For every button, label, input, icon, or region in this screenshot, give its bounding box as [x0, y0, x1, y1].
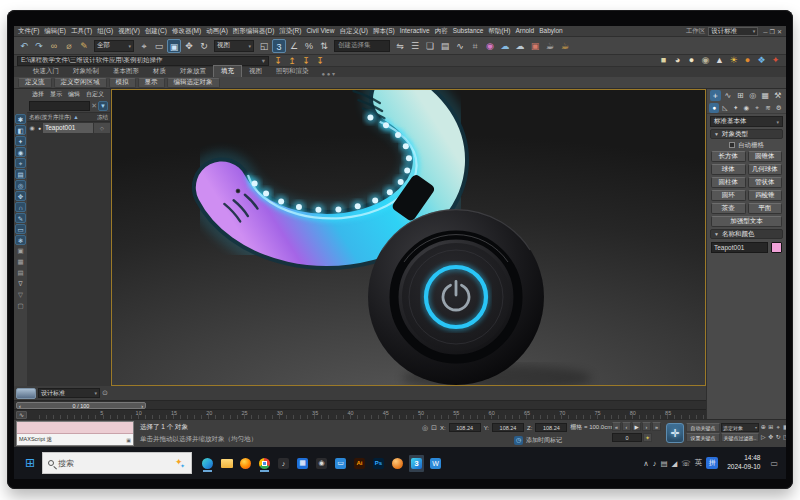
spacewarps-category[interactable]: ≋: [763, 103, 773, 113]
blue-gem-icon[interactable]: ❖: [756, 55, 767, 66]
maximize-viewport-icon[interactable]: ◳: [783, 433, 787, 442]
helpers-category[interactable]: ⌖: [752, 103, 762, 113]
snaps-toggle-icon[interactable]: 3: [272, 39, 286, 53]
geometry-category[interactable]: ●: [709, 103, 719, 113]
menu-item[interactable]: 文件(F): [18, 27, 39, 36]
ribbon-toggle-icon[interactable]: ▤: [438, 39, 452, 53]
list-item[interactable]: ◉●Teapot001◇: [27, 122, 110, 133]
explorer-filter-icon-2[interactable]: ✦: [15, 136, 26, 146]
named-selection-set-field[interactable]: 创建选择集: [334, 40, 390, 52]
schematic-view-icon[interactable]: ⌗: [468, 39, 482, 53]
explorer-filter-icon-3[interactable]: ◉: [15, 147, 26, 157]
ribbon-tab-对象绘制[interactable]: 对象绘制: [66, 66, 106, 77]
taskbar-app-edge[interactable]: [200, 455, 215, 472]
percent-snap-icon[interactable]: %: [302, 39, 316, 53]
primitive-button-圆锥体[interactable]: 圆锥体: [748, 151, 783, 162]
taskbar-clock[interactable]: 14:482024-09-10: [727, 454, 760, 472]
x-coordinate-field[interactable]: 108.24: [449, 423, 481, 432]
filter-funnel-icon[interactable]: ▼: [98, 101, 108, 111]
motion-tab[interactable]: ◎: [747, 90, 758, 101]
primitive-button-几何球体[interactable]: 几何球体: [748, 164, 783, 175]
curve-editor-icon[interactable]: ∿: [453, 39, 467, 53]
isolate-toggle-icon[interactable]: ◎: [422, 424, 428, 432]
maximize-button[interactable]: ❐: [770, 29, 775, 35]
time-slider-track[interactable]: ‹ 0 / 100 ›: [14, 400, 706, 409]
layer-manager-icon[interactable]: ❏: [423, 39, 437, 53]
object-type-rollout[interactable]: ▼对象类型: [710, 129, 783, 139]
name-column-header[interactable]: 名称(按升序排序): [29, 114, 71, 121]
input-method-icon[interactable]: 拼: [706, 457, 718, 469]
menu-item[interactable]: 帮助(H): [488, 27, 510, 36]
volume-icon[interactable]: ♪: [653, 459, 657, 468]
explorer-filter-icon-8[interactable]: ∩: [15, 202, 26, 212]
rectangular-selection-region-icon[interactable]: ▣: [167, 39, 181, 53]
primitive-button-茶壶[interactable]: 茶壶: [711, 203, 746, 214]
select-and-link-icon[interactable]: ∞: [47, 39, 61, 53]
ribbon-tool-显示[interactable]: 显示: [138, 78, 165, 88]
red-star-icon[interactable]: ✦: [770, 55, 781, 66]
utilities-tab[interactable]: ⚒: [772, 90, 783, 101]
viewport[interactable]: [111, 89, 706, 386]
primitive-button-圆柱体[interactable]: 圆柱体: [711, 177, 746, 188]
freeze-cell[interactable]: ◇: [94, 123, 110, 133]
frame-prev-arrow[interactable]: ‹: [19, 403, 21, 409]
primitive-button-圆环[interactable]: 圆环: [711, 190, 746, 201]
render-iterative-icon[interactable]: ☕: [543, 39, 557, 53]
unlink-selection-icon[interactable]: ⌀: [62, 39, 76, 53]
ribbon-overflow-icon[interactable]: ● ● ▾: [322, 70, 336, 77]
bind-to-space-warp-icon[interactable]: ✎: [77, 39, 91, 53]
primitive-button-加强型文本[interactable]: 加强型文本: [711, 216, 782, 227]
minimize-button[interactable]: ─: [763, 29, 767, 35]
explorer-menu-选择[interactable]: 选择: [29, 90, 47, 99]
sphere-primitive-icon[interactable]: ●: [686, 55, 697, 66]
export-file-icon[interactable]: ↧: [314, 56, 326, 66]
ribbon-tool-编辑选定对象[interactable]: 编辑选定对象: [167, 78, 220, 88]
menu-item[interactable]: Interactive: [400, 27, 430, 36]
time-slider-handle[interactable]: ‹ 0 / 100 ›: [16, 402, 146, 409]
taskbar-app-video-app[interactable]: ▦: [295, 455, 310, 472]
taskbar-app-firefox[interactable]: [238, 455, 253, 472]
explorer-filter-icon-7[interactable]: ✥: [15, 191, 26, 201]
track-bar[interactable]: ∿ 510152025303540455055606570758085: [14, 409, 706, 419]
shapes-category[interactable]: ◺: [720, 103, 730, 113]
set-key-button[interactable]: 设置关键点: [686, 433, 720, 442]
field-of-view-icon[interactable]: ▦: [783, 423, 787, 432]
explorer-filter-icon-11[interactable]: ❄: [15, 235, 26, 245]
menu-item[interactable]: Arnold: [515, 27, 534, 36]
explorer-search-input[interactable]: [29, 101, 90, 111]
orbit-icon[interactable]: ↻: [775, 433, 782, 442]
taskbar-app-remote-app[interactable]: ▭: [333, 455, 348, 472]
rendered-frame-window-icon[interactable]: ☁: [513, 39, 527, 53]
reference-coordinate-dropdown[interactable]: 视图▾: [214, 40, 254, 52]
prev-frame-button[interactable]: ‹: [622, 422, 631, 431]
explorer-filter-icon-6[interactable]: ◎: [15, 180, 26, 190]
orange-sphere-icon[interactable]: ●: [742, 55, 753, 66]
current-frame-field[interactable]: 0: [612, 433, 642, 442]
isolate-button[interactable]: [16, 388, 36, 399]
create-tab[interactable]: ＋: [710, 90, 721, 101]
project-path-dropdown[interactable]: E:\课程教学文件\三维设计软件应用\案例初始操作▾: [17, 56, 269, 66]
tray-app-icon[interactable]: ▤: [660, 459, 667, 468]
z-coordinate-field[interactable]: 108.24: [535, 423, 567, 432]
angle-snap-icon[interactable]: ∠: [287, 39, 301, 53]
add-time-tag[interactable]: ◷ 添加时间标记: [514, 436, 562, 445]
menu-item[interactable]: 图形编辑器(D): [233, 27, 275, 36]
explorer-tool-icon-3[interactable]: ∇: [15, 279, 26, 289]
systems-category[interactable]: ⚙: [774, 103, 784, 113]
pan-arrow-icon[interactable]: ▷: [760, 433, 767, 442]
undo-icon[interactable]: ↶: [17, 39, 31, 53]
pan-icon[interactable]: ✥: [768, 433, 775, 442]
menu-item[interactable]: Civil View: [306, 27, 334, 36]
cameras-category[interactable]: ◉: [741, 103, 751, 113]
eye-icon[interactable]: ◉: [700, 55, 711, 66]
mirror-icon[interactable]: ⇋: [393, 39, 407, 53]
ribbon-tool-模拟[interactable]: 模拟: [109, 78, 136, 88]
start-button[interactable]: ⊞: [22, 456, 38, 470]
hierarchy-tab[interactable]: ⊞: [735, 90, 746, 101]
explorer-menu-自定义[interactable]: 自定义: [83, 90, 107, 99]
y-coordinate-field[interactable]: 108.24: [492, 423, 524, 432]
next-frame-button[interactable]: ›: [642, 422, 651, 431]
close-button[interactable]: ✕: [777, 29, 782, 35]
explorer-tool-icon-5[interactable]: ▢: [15, 301, 26, 311]
taskbar-app-sphere-app[interactable]: [390, 455, 405, 472]
